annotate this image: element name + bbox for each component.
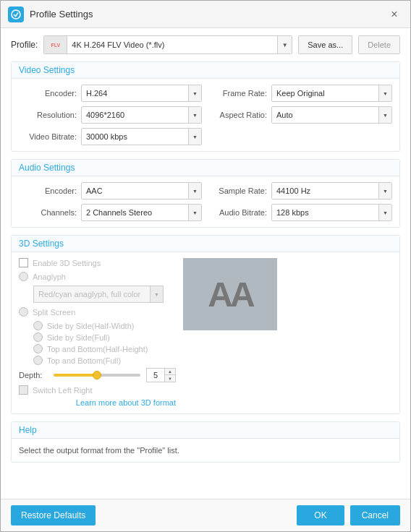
3d-inner: Enable 3D Settings Anaglyph Red/cyan ana…	[19, 258, 277, 408]
channels-select[interactable]: 2 Channels Stereo ▼	[81, 204, 202, 221]
split-option-2: Top and Bottom(Half-Height)	[33, 344, 176, 353]
audio-encoder-arrow[interactable]: ▼	[188, 183, 201, 199]
framerate-value: Keep Original	[272, 89, 378, 98]
help-text: Select the output format from the "Profi…	[19, 446, 179, 455]
video-settings-section: Video Settings Encoder: H.264 ▼ Frame Ra…	[11, 61, 400, 152]
audio-settings-header: Audio Settings	[12, 160, 399, 176]
anaglyph-select: Red/cyan anaglyph, full color ▼	[33, 286, 164, 303]
encoder-value: H.264	[82, 89, 188, 98]
audio-bitrate-arrow[interactable]: ▼	[378, 205, 391, 220]
resolution-value: 4096*2160	[82, 111, 188, 119]
framerate-row: Frame Rate: Keep Original ▼	[209, 85, 392, 102]
3d-settings-body: Enable 3D Settings Anaglyph Red/cyan ana…	[12, 252, 399, 413]
enable-3d-row: Enable 3D Settings	[19, 258, 176, 267]
title-bar: Profile Settings ×	[1, 1, 410, 28]
video-settings-header: Video Settings	[12, 62, 399, 79]
footer: Restore Defaults OK Cancel	[1, 499, 410, 531]
encoder-select[interactable]: H.264 ▼	[81, 85, 202, 102]
anaglyph-select-wrap: Red/cyan anaglyph, full color ▼	[33, 286, 176, 303]
split-screen-row: Split Screen	[19, 307, 176, 317]
audio-encoder-row: Encoder: AAC ▼	[19, 182, 202, 200]
anaglyph-row: Anaglyph	[19, 272, 176, 281]
aa-preview: AA	[183, 258, 277, 330]
enable-3d-label: Enable 3D Settings	[33, 259, 101, 267]
depth-row: Depth: 5 ▲ ▼	[19, 368, 176, 382]
audio-bitrate-label: Audio Bitrate:	[209, 208, 267, 217]
depth-slider[interactable]	[54, 374, 140, 377]
split-option-label-2: Top and Bottom(Half-Height)	[47, 345, 148, 353]
app-icon	[8, 7, 24, 22]
audio-encoder-value: AAC	[82, 186, 188, 195]
aspect-ratio-arrow[interactable]: ▼	[378, 107, 391, 123]
switch-checkbox[interactable]	[19, 385, 28, 395]
framerate-arrow[interactable]: ▼	[378, 85, 391, 101]
help-header: Help	[12, 422, 399, 439]
depth-number: 5	[147, 371, 164, 379]
depth-value-box: 5 ▲ ▼	[146, 368, 176, 382]
resolution-select[interactable]: 4096*2160 ▼	[81, 106, 202, 124]
split-option-label-0: Side by Side(Half-Width)	[47, 322, 134, 330]
save-as-button[interactable]: Save as...	[298, 35, 352, 54]
cancel-button[interactable]: Cancel	[350, 505, 400, 525]
delete-button[interactable]: Delete	[358, 35, 400, 54]
encoder-label: Encoder:	[19, 89, 77, 98]
anaglyph-select-text: Red/cyan anaglyph, full color	[34, 290, 150, 299]
split-screen-radio[interactable]	[19, 307, 28, 317]
audio-bitrate-value: 128 kbps	[272, 208, 378, 217]
encoder-row: Encoder: H.264 ▼	[19, 85, 202, 102]
split-option-3: Top and Bottom(Full)	[33, 356, 176, 365]
encoder-arrow[interactable]: ▼	[188, 85, 201, 101]
resolution-row: Resolution: 4096*2160 ▼	[19, 106, 202, 124]
3d-settings-section: 3D Settings Enable 3D Settings Anaglyp	[11, 235, 400, 414]
video-form-grid: Encoder: H.264 ▼ Frame Rate: Keep Origin…	[19, 85, 392, 145]
video-bitrate-row: Video Bitrate: 30000 kbps ▼	[19, 128, 202, 145]
switch-row: Switch Left Right	[19, 385, 176, 395]
anaglyph-arrow: ▼	[150, 286, 163, 302]
3d-settings-header: 3D Settings	[12, 236, 399, 252]
split-option-label-3: Top and Bottom(Full)	[47, 356, 121, 365]
profile-label: Profile:	[11, 40, 38, 50]
anaglyph-radio[interactable]	[19, 272, 28, 281]
aa-preview-text: AA	[208, 275, 252, 314]
content-area: Profile: FLV 4K H.264 FLV Video (*.flv) …	[1, 28, 410, 499]
video-bitrate-arrow[interactable]: ▼	[188, 129, 201, 145]
aspect-ratio-select[interactable]: Auto ▼	[271, 106, 392, 124]
depth-label: Depth:	[19, 371, 48, 379]
depth-spin-down[interactable]: ▼	[165, 375, 175, 382]
audio-encoder-label: Encoder:	[19, 186, 77, 195]
aspect-ratio-value: Auto	[272, 111, 378, 119]
learn-more-link[interactable]: Learn more about 3D format	[76, 398, 176, 407]
split-radio-3[interactable]	[33, 356, 43, 365]
3d-preview-right: AA	[183, 258, 277, 408]
profile-select[interactable]: FLV 4K H.264 FLV Video (*.flv) ▼	[43, 35, 292, 54]
depth-spin-up[interactable]: ▲	[165, 369, 175, 375]
split-radio-2[interactable]	[33, 344, 43, 353]
depth-handle[interactable]	[93, 371, 101, 379]
audio-settings-section: Audio Settings Encoder: AAC ▼ Sample Rat…	[11, 159, 400, 228]
framerate-select[interactable]: Keep Original ▼	[271, 85, 392, 102]
profile-dropdown-arrow[interactable]: ▼	[277, 36, 292, 53]
video-bitrate-select[interactable]: 30000 kbps ▼	[81, 128, 202, 145]
help-section: Help Select the output format from the "…	[11, 421, 400, 463]
resolution-arrow[interactable]: ▼	[188, 107, 201, 123]
depth-spinners: ▲ ▼	[164, 369, 175, 382]
title-bar-text: Profile Settings	[30, 9, 386, 20]
close-button[interactable]: ×	[386, 6, 403, 23]
split-option-1: Side by Side(Full)	[33, 332, 176, 342]
enable-3d-checkbox[interactable]	[19, 258, 28, 267]
split-radio-0[interactable]	[33, 321, 43, 330]
audio-settings-body: Encoder: AAC ▼ Sample Rate: 44100 Hz ▼	[12, 176, 399, 227]
channels-arrow[interactable]: ▼	[188, 205, 201, 220]
video-settings-body: Encoder: H.264 ▼ Frame Rate: Keep Origin…	[12, 79, 399, 151]
channels-value: 2 Channels Stereo	[82, 208, 188, 217]
framerate-label: Frame Rate:	[209, 89, 267, 98]
audio-encoder-select[interactable]: AAC ▼	[81, 182, 202, 200]
help-body: Select the output format from the "Profi…	[12, 439, 399, 462]
sample-rate-label: Sample Rate:	[209, 186, 267, 195]
sample-rate-arrow[interactable]: ▼	[378, 183, 391, 199]
sample-rate-select[interactable]: 44100 Hz ▼	[271, 182, 392, 200]
restore-defaults-button[interactable]: Restore Defaults	[11, 505, 96, 525]
ok-button[interactable]: OK	[297, 505, 344, 525]
split-radio-1[interactable]	[33, 332, 43, 342]
audio-bitrate-select[interactable]: 128 kbps ▼	[271, 204, 392, 221]
